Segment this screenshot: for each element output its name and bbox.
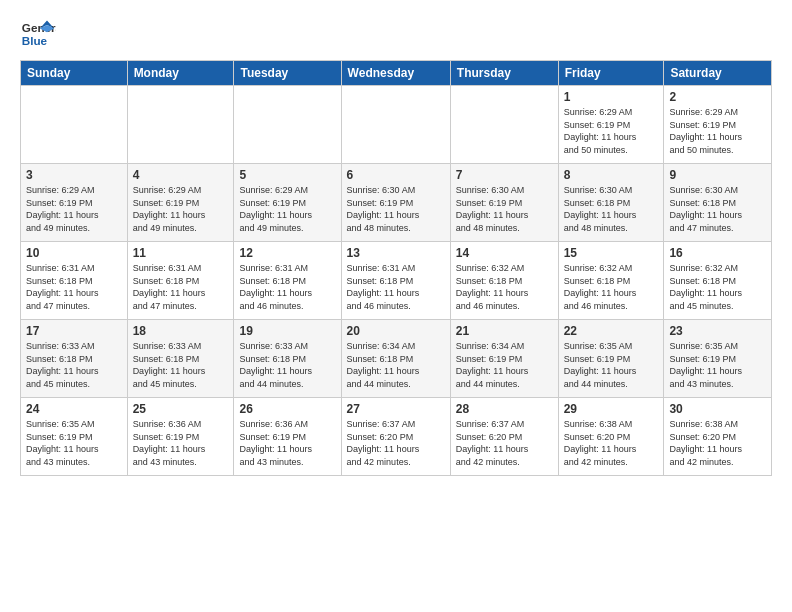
- day-number: 22: [564, 324, 659, 338]
- day-info: Sunrise: 6:37 AM Sunset: 6:20 PM Dayligh…: [456, 418, 553, 468]
- day-info: Sunrise: 6:36 AM Sunset: 6:19 PM Dayligh…: [133, 418, 229, 468]
- day-info: Sunrise: 6:31 AM Sunset: 6:18 PM Dayligh…: [239, 262, 335, 312]
- week-row-5: 24Sunrise: 6:35 AM Sunset: 6:19 PM Dayli…: [21, 398, 772, 476]
- calendar-cell: 22Sunrise: 6:35 AM Sunset: 6:19 PM Dayli…: [558, 320, 664, 398]
- calendar-table: SundayMondayTuesdayWednesdayThursdayFrid…: [20, 60, 772, 476]
- calendar-cell: 16Sunrise: 6:32 AM Sunset: 6:18 PM Dayli…: [664, 242, 772, 320]
- calendar-cell: 8Sunrise: 6:30 AM Sunset: 6:18 PM Daylig…: [558, 164, 664, 242]
- calendar-cell: 26Sunrise: 6:36 AM Sunset: 6:19 PM Dayli…: [234, 398, 341, 476]
- day-number: 6: [347, 168, 445, 182]
- day-info: Sunrise: 6:30 AM Sunset: 6:18 PM Dayligh…: [669, 184, 766, 234]
- calendar-cell: 24Sunrise: 6:35 AM Sunset: 6:19 PM Dayli…: [21, 398, 128, 476]
- week-row-2: 3Sunrise: 6:29 AM Sunset: 6:19 PM Daylig…: [21, 164, 772, 242]
- weekday-header-monday: Monday: [127, 61, 234, 86]
- weekday-header-tuesday: Tuesday: [234, 61, 341, 86]
- day-info: Sunrise: 6:30 AM Sunset: 6:18 PM Dayligh…: [564, 184, 659, 234]
- week-row-1: 1Sunrise: 6:29 AM Sunset: 6:19 PM Daylig…: [21, 86, 772, 164]
- day-number: 20: [347, 324, 445, 338]
- calendar-cell: 9Sunrise: 6:30 AM Sunset: 6:18 PM Daylig…: [664, 164, 772, 242]
- day-info: Sunrise: 6:31 AM Sunset: 6:18 PM Dayligh…: [26, 262, 122, 312]
- day-info: Sunrise: 6:36 AM Sunset: 6:19 PM Dayligh…: [239, 418, 335, 468]
- day-info: Sunrise: 6:31 AM Sunset: 6:18 PM Dayligh…: [347, 262, 445, 312]
- calendar-cell: 11Sunrise: 6:31 AM Sunset: 6:18 PM Dayli…: [127, 242, 234, 320]
- day-number: 26: [239, 402, 335, 416]
- day-number: 24: [26, 402, 122, 416]
- day-number: 7: [456, 168, 553, 182]
- weekday-header-sunday: Sunday: [21, 61, 128, 86]
- calendar-cell: [234, 86, 341, 164]
- day-number: 8: [564, 168, 659, 182]
- day-info: Sunrise: 6:33 AM Sunset: 6:18 PM Dayligh…: [133, 340, 229, 390]
- day-number: 10: [26, 246, 122, 260]
- day-info: Sunrise: 6:33 AM Sunset: 6:18 PM Dayligh…: [239, 340, 335, 390]
- day-info: Sunrise: 6:32 AM Sunset: 6:18 PM Dayligh…: [564, 262, 659, 312]
- calendar-cell: 28Sunrise: 6:37 AM Sunset: 6:20 PM Dayli…: [450, 398, 558, 476]
- day-number: 28: [456, 402, 553, 416]
- calendar-cell: 13Sunrise: 6:31 AM Sunset: 6:18 PM Dayli…: [341, 242, 450, 320]
- week-row-4: 17Sunrise: 6:33 AM Sunset: 6:18 PM Dayli…: [21, 320, 772, 398]
- day-info: Sunrise: 6:29 AM Sunset: 6:19 PM Dayligh…: [564, 106, 659, 156]
- calendar-cell: 15Sunrise: 6:32 AM Sunset: 6:18 PM Dayli…: [558, 242, 664, 320]
- day-number: 11: [133, 246, 229, 260]
- day-info: Sunrise: 6:38 AM Sunset: 6:20 PM Dayligh…: [564, 418, 659, 468]
- calendar-cell: 21Sunrise: 6:34 AM Sunset: 6:19 PM Dayli…: [450, 320, 558, 398]
- calendar-cell: 14Sunrise: 6:32 AM Sunset: 6:18 PM Dayli…: [450, 242, 558, 320]
- day-number: 2: [669, 90, 766, 104]
- day-info: Sunrise: 6:35 AM Sunset: 6:19 PM Dayligh…: [26, 418, 122, 468]
- logo: General Blue: [20, 16, 56, 52]
- calendar-cell: 25Sunrise: 6:36 AM Sunset: 6:19 PM Dayli…: [127, 398, 234, 476]
- weekday-header-friday: Friday: [558, 61, 664, 86]
- day-number: 13: [347, 246, 445, 260]
- day-number: 9: [669, 168, 766, 182]
- calendar-cell: 20Sunrise: 6:34 AM Sunset: 6:18 PM Dayli…: [341, 320, 450, 398]
- header: General Blue: [20, 16, 772, 52]
- calendar-cell: 19Sunrise: 6:33 AM Sunset: 6:18 PM Dayli…: [234, 320, 341, 398]
- weekday-header-thursday: Thursday: [450, 61, 558, 86]
- day-info: Sunrise: 6:32 AM Sunset: 6:18 PM Dayligh…: [669, 262, 766, 312]
- day-number: 27: [347, 402, 445, 416]
- calendar-cell: [21, 86, 128, 164]
- day-info: Sunrise: 6:31 AM Sunset: 6:18 PM Dayligh…: [133, 262, 229, 312]
- day-info: Sunrise: 6:30 AM Sunset: 6:19 PM Dayligh…: [347, 184, 445, 234]
- day-number: 5: [239, 168, 335, 182]
- day-info: Sunrise: 6:29 AM Sunset: 6:19 PM Dayligh…: [669, 106, 766, 156]
- day-number: 29: [564, 402, 659, 416]
- day-info: Sunrise: 6:35 AM Sunset: 6:19 PM Dayligh…: [564, 340, 659, 390]
- calendar-cell: 6Sunrise: 6:30 AM Sunset: 6:19 PM Daylig…: [341, 164, 450, 242]
- calendar-cell: 2Sunrise: 6:29 AM Sunset: 6:19 PM Daylig…: [664, 86, 772, 164]
- day-info: Sunrise: 6:29 AM Sunset: 6:19 PM Dayligh…: [26, 184, 122, 234]
- day-number: 21: [456, 324, 553, 338]
- day-info: Sunrise: 6:37 AM Sunset: 6:20 PM Dayligh…: [347, 418, 445, 468]
- calendar-cell: [341, 86, 450, 164]
- calendar-cell: 7Sunrise: 6:30 AM Sunset: 6:19 PM Daylig…: [450, 164, 558, 242]
- day-info: Sunrise: 6:30 AM Sunset: 6:19 PM Dayligh…: [456, 184, 553, 234]
- page: General Blue SundayMondayTuesdayWednesda…: [0, 0, 792, 612]
- calendar-cell: 23Sunrise: 6:35 AM Sunset: 6:19 PM Dayli…: [664, 320, 772, 398]
- calendar-cell: 18Sunrise: 6:33 AM Sunset: 6:18 PM Dayli…: [127, 320, 234, 398]
- calendar-cell: 10Sunrise: 6:31 AM Sunset: 6:18 PM Dayli…: [21, 242, 128, 320]
- calendar-cell: 1Sunrise: 6:29 AM Sunset: 6:19 PM Daylig…: [558, 86, 664, 164]
- day-info: Sunrise: 6:38 AM Sunset: 6:20 PM Dayligh…: [669, 418, 766, 468]
- day-number: 30: [669, 402, 766, 416]
- day-number: 14: [456, 246, 553, 260]
- day-number: 23: [669, 324, 766, 338]
- day-number: 1: [564, 90, 659, 104]
- day-info: Sunrise: 6:33 AM Sunset: 6:18 PM Dayligh…: [26, 340, 122, 390]
- calendar-cell: 30Sunrise: 6:38 AM Sunset: 6:20 PM Dayli…: [664, 398, 772, 476]
- day-number: 25: [133, 402, 229, 416]
- weekday-header-row: SundayMondayTuesdayWednesdayThursdayFrid…: [21, 61, 772, 86]
- calendar-cell: 12Sunrise: 6:31 AM Sunset: 6:18 PM Dayli…: [234, 242, 341, 320]
- logo-icon: General Blue: [20, 16, 56, 52]
- calendar-cell: 4Sunrise: 6:29 AM Sunset: 6:19 PM Daylig…: [127, 164, 234, 242]
- weekday-header-wednesday: Wednesday: [341, 61, 450, 86]
- day-number: 3: [26, 168, 122, 182]
- calendar-cell: 17Sunrise: 6:33 AM Sunset: 6:18 PM Dayli…: [21, 320, 128, 398]
- day-info: Sunrise: 6:32 AM Sunset: 6:18 PM Dayligh…: [456, 262, 553, 312]
- day-number: 12: [239, 246, 335, 260]
- day-number: 18: [133, 324, 229, 338]
- calendar-cell: [127, 86, 234, 164]
- day-number: 17: [26, 324, 122, 338]
- day-info: Sunrise: 6:29 AM Sunset: 6:19 PM Dayligh…: [239, 184, 335, 234]
- svg-text:Blue: Blue: [22, 34, 48, 47]
- day-number: 4: [133, 168, 229, 182]
